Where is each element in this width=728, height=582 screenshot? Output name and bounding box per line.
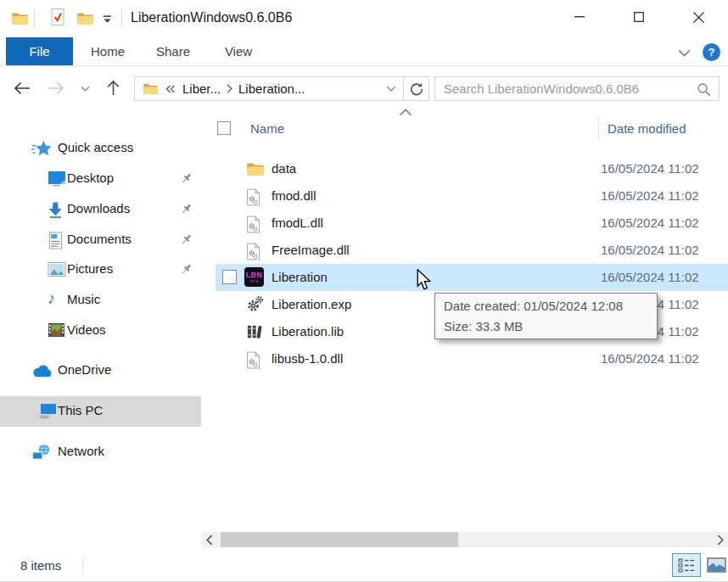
desktop-icon	[48, 171, 66, 187]
divider	[34, 9, 35, 27]
file-name: Liberation.exp	[272, 291, 351, 318]
sidebar-item-videos[interactable]: Videos	[0, 316, 201, 346]
details-view-button[interactable]	[672, 553, 701, 577]
search-icon[interactable]	[697, 82, 711, 97]
quick-access-star-icon	[31, 140, 53, 158]
tab-file[interactable]: File	[6, 37, 73, 65]
sidebar-item-downloads[interactable]: Downloads	[0, 194, 201, 225]
back-icon[interactable]	[14, 81, 31, 95]
this-pc-icon	[37, 403, 58, 419]
breadcrumb-current[interactable]: Liberation...	[237, 81, 306, 96]
refresh-button[interactable]	[404, 82, 428, 96]
close-button[interactable]	[679, 0, 718, 34]
maximize-icon	[634, 12, 644, 22]
window-title: LiberationWindows0.6.0B6	[131, 10, 292, 25]
file-row-freeimage-dll[interactable]: FreeImage.dll 16/05/2024 11:02	[202, 237, 728, 264]
file-name: Liberation.lib	[272, 318, 344, 345]
sidebar-item-network[interactable]: Network	[0, 437, 201, 467]
recent-locations-chevron-icon[interactable]	[81, 86, 90, 92]
sidebar-item-label: Network	[58, 444, 104, 458]
file-explorer-window: LiberationWindows0.6.0B6 File Home Share…	[0, 0, 728, 582]
horizontal-scrollbar[interactable]	[202, 532, 728, 547]
sidebar-item-pictures[interactable]: Pictures	[0, 255, 201, 285]
column-header-name[interactable]: Name	[250, 121, 284, 136]
scroll-right-icon	[717, 534, 724, 546]
documents-icon	[48, 232, 64, 249]
file-row-liberation-selected[interactable]: LBN BETA Liberation 16/05/2024 11:02	[216, 264, 728, 291]
file-row-fmod-dll[interactable]: fmod.dll 16/05/2024 11:02	[202, 182, 728, 210]
sidebar-item-label: This PC	[58, 403, 103, 417]
file-date-modified: 16/05/2024 11:02	[601, 155, 699, 182]
file-date-modified: 16/05/2024 11:02	[601, 345, 699, 372]
up-icon[interactable]	[107, 80, 120, 96]
app-badge-subtext: BETA	[249, 280, 258, 283]
dll-file-icon	[246, 351, 260, 369]
scroll-right-button[interactable]	[713, 532, 728, 547]
help-button[interactable]: ?	[703, 43, 720, 61]
column-header-date-modified[interactable]: Date modified	[608, 121, 686, 136]
tab-file-label: File	[29, 44, 49, 59]
sidebar-item-onedrive[interactable]: OneDrive	[0, 355, 201, 386]
select-all-checkbox[interactable]	[217, 121, 231, 135]
sidebar-item-label: Pictures	[67, 261, 113, 276]
tab-home[interactable]: Home	[81, 37, 134, 65]
breadcrumb-parent[interactable]: Liber...	[181, 81, 222, 96]
sidebar-item-label: Videos	[67, 322, 106, 337]
ribbon-collapse-chevron-icon[interactable]	[678, 49, 691, 57]
videos-icon	[48, 322, 65, 338]
minimize-button[interactable]	[560, 0, 599, 34]
maximize-button[interactable]	[619, 0, 658, 34]
tab-view-label: View	[225, 44, 252, 59]
pin-icon	[180, 172, 193, 185]
close-icon	[693, 12, 704, 23]
file-row-data[interactable]: data 16/05/2024 11:02	[202, 155, 728, 182]
file-name: FreeImage.dll	[272, 237, 350, 264]
large-icons-view-icon	[708, 558, 725, 572]
dll-file-icon	[246, 243, 260, 260]
column-divider[interactable]	[598, 116, 599, 140]
tab-share-label: Share	[156, 44, 190, 59]
sidebar-item-documents[interactable]: Documents	[0, 225, 201, 255]
exp-file-icon	[246, 295, 264, 313]
address-dropdown-chevron-icon[interactable]	[386, 86, 396, 92]
file-row-fmodL-dll[interactable]: fmodL.dll 16/05/2024 11:02	[202, 210, 728, 237]
file-name: libusb-1.0.dll	[272, 345, 343, 372]
tooltip-size: Size: 33.3 MB	[444, 316, 648, 337]
tab-share[interactable]: Share	[144, 37, 202, 65]
file-row-libusb-dll[interactable]: libusb-1.0.dll 16/05/2024 11:02	[202, 345, 728, 372]
lib-file-icon	[246, 323, 264, 340]
dll-file-icon	[246, 188, 260, 206]
sidebar-item-desktop[interactable]: Desktop	[0, 164, 201, 194]
breadcrumb-separator-icon[interactable]	[227, 84, 232, 93]
qat-properties-check-icon[interactable]	[48, 8, 67, 26]
app-badge-text: LBN	[246, 271, 262, 279]
qat-customize-dropdown-icon[interactable]	[103, 15, 112, 24]
file-date-modified: 16/05/2024 11:02	[601, 210, 699, 237]
scrollbar-thumb[interactable]	[221, 532, 458, 547]
file-date-modified: 16/05/2024 11:02	[601, 237, 699, 264]
search-input[interactable]	[435, 77, 719, 100]
sort-ascending-chevron-icon[interactable]	[399, 109, 412, 116]
large-icons-view-button[interactable]	[707, 557, 726, 573]
sidebar-item-quick-access[interactable]: Quick access	[0, 133, 201, 164]
file-name: fmod.dll	[272, 182, 316, 210]
row-checkbox[interactable]	[222, 270, 237, 284]
title-bar: LiberationWindows0.6.0B6	[0, 0, 728, 37]
file-name: Liberation	[272, 264, 328, 291]
address-bar[interactable]: Liber... Liberation...	[134, 76, 429, 101]
qat-new-folder-icon[interactable]	[76, 11, 94, 25]
refresh-icon	[410, 82, 423, 96]
pin-icon	[180, 233, 193, 246]
onedrive-cloud-icon	[31, 364, 53, 378]
file-name: data	[272, 155, 296, 182]
help-icon: ?	[708, 46, 715, 59]
sidebar-item-this-pc[interactable]: This PC	[0, 396, 201, 427]
tab-view[interactable]: View	[210, 37, 266, 65]
sidebar-item-music[interactable]: ♪ Music	[0, 285, 201, 316]
breadcrumb-overflow-icon[interactable]	[165, 85, 176, 93]
divider	[121, 9, 122, 27]
scroll-left-button[interactable]	[202, 532, 217, 547]
divider	[82, 557, 83, 575]
sidebar-item-label: Desktop	[67, 171, 114, 185]
window-folder-icon	[11, 11, 29, 25]
